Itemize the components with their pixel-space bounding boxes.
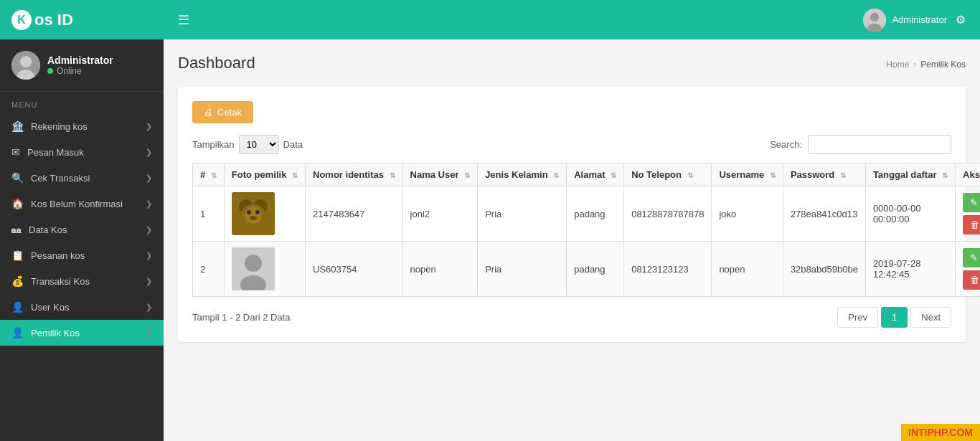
pagination: Prev 1 Next: [837, 307, 951, 328]
clipboard-icon: 📋: [11, 250, 24, 261]
logo: K os ID: [11, 10, 73, 30]
sidebar-item-label: Kos Belum Konfirmasi: [31, 199, 123, 209]
header-left: ☰: [178, 12, 189, 28]
sidebar-item-rekening-kos[interactable]: 🏦 Rekening kos ❯: [0, 113, 164, 139]
sort-icon: ⇅: [211, 171, 217, 179]
col-password: Password ⇅: [783, 163, 865, 186]
show-label: Tampilkan: [192, 139, 235, 150]
sidebar-item-pemilik-kos[interactable]: 👤 Pemilik Kos ❯: [0, 320, 164, 346]
sidebar-item-data-kos[interactable]: 🏘 Data Kos ❯: [0, 217, 164, 242]
avatar: [11, 51, 40, 80]
sidebar-user: Administrator Online: [0, 39, 164, 92]
header-avatar: [863, 9, 886, 32]
chevron-icon: ❯: [146, 174, 152, 183]
cell-nama-user: nopen: [402, 242, 478, 297]
search-label: Search:: [770, 139, 802, 150]
sort-icon: ⇅: [840, 171, 846, 179]
bank-icon: 🏦: [11, 120, 24, 132]
next-button[interactable]: Next: [910, 307, 951, 328]
watermark: INTIPHP.COM: [901, 424, 980, 441]
building-icon: 🏘: [11, 224, 22, 235]
cell-jenis-kelamin: Pria: [478, 242, 567, 297]
hamburger-button[interactable]: ☰: [178, 12, 189, 28]
col-nomor-identitas: Nomor identitas ⇅: [306, 163, 403, 186]
col-username: Username ⇅: [712, 163, 783, 186]
sidebar-username: Administrator: [47, 54, 113, 66]
sort-icon: ⇅: [292, 171, 298, 179]
money-icon: 💰: [11, 275, 24, 287]
sidebar-item-pesan-masuk[interactable]: ✉ Pesan Masuk ❯: [0, 139, 164, 165]
house-icon: 🏠: [11, 198, 24, 209]
col-aksi: Aksi ⇅: [956, 163, 980, 186]
cell-username: nopen: [712, 242, 783, 297]
mail-icon: ✉: [11, 146, 20, 158]
print-button[interactable]: 🖨 Cetak: [192, 101, 253, 123]
chevron-icon: ❯: [146, 277, 152, 286]
main-content: ☰ Administrator ⚙ Dashboard Home: [164, 0, 980, 441]
breadcrumb-current: Pemilik Kos: [920, 60, 966, 70]
sidebar-item-user-kos[interactable]: 👤 User Kos ❯: [0, 294, 164, 320]
edit-button[interactable]: ✎: [963, 248, 980, 267]
logo-k: K: [11, 10, 32, 30]
cell-no-telepon: 08128878787878: [624, 186, 712, 242]
sidebar-item-label: Pesan Masuk: [27, 147, 84, 158]
col-foto: Foto pemilik ⇅: [224, 163, 305, 186]
chevron-icon: ❯: [146, 303, 152, 312]
sidebar-item-cek-transaksi[interactable]: 🔍 Cek Transaksi ❯: [0, 165, 164, 191]
menu-label: Menu: [0, 92, 164, 113]
cell-no: 1: [193, 186, 225, 242]
cell-alamat: padang: [567, 242, 624, 297]
svg-point-11: [247, 210, 251, 214]
gear-icon[interactable]: ⚙: [956, 13, 966, 27]
chevron-icon: ❯: [146, 225, 152, 234]
header-user: Administrator: [863, 9, 947, 32]
breadcrumb: Home › Pemilik Kos: [886, 60, 966, 70]
search-input[interactable]: [808, 135, 951, 154]
cell-tanggal-daftar: 2019-07-28 12:42:45: [865, 242, 955, 297]
sidebar-item-label: User Kos: [31, 302, 69, 313]
sort-icon: ⇅: [611, 171, 616, 179]
watermark-text1: INTIPHP: [908, 427, 946, 438]
sidebar-item-label: Data Kos: [29, 224, 67, 235]
table-controls: Tampilkan 10 25 50 100 Data Search:: [192, 135, 951, 154]
search-box: Search:: [770, 135, 951, 154]
edit-button[interactable]: ✎: [963, 193, 980, 212]
sidebar-item-transaksi-kos[interactable]: 💰 Transaksi Kos ❯: [0, 268, 164, 294]
delete-button[interactable]: 🗑: [963, 270, 980, 290]
pagination-summary: Tampil 1 - 2 Dari 2 Data: [192, 312, 291, 323]
chevron-icon: ❯: [146, 148, 152, 157]
svg-point-15: [245, 255, 262, 272]
cell-no-telepon: 08123123123: [624, 242, 712, 297]
sidebar-item-label: Cek Transaksi: [31, 173, 90, 184]
data-table: # ⇅ Foto pemilik ⇅ Nomor identitas ⇅ Nam…: [192, 163, 980, 297]
main-card: 🖨 Cetak Tampilkan 10 25 50 100 Data Sear…: [178, 87, 966, 342]
sidebar-item-label: Rekening kos: [31, 121, 88, 132]
page-1-button[interactable]: 1: [881, 307, 908, 328]
data-label: Data: [283, 139, 303, 150]
logo-text: os ID: [34, 11, 73, 29]
header-right: Administrator ⚙: [863, 9, 966, 32]
svg-point-4: [870, 13, 879, 22]
photo-cell: [232, 247, 275, 290]
photo-cell: [232, 192, 275, 235]
sidebar-item-kos-belum-konfirmasi[interactable]: 🏠 Kos Belum Konfirmasi ❯: [0, 191, 164, 217]
cell-tanggal-daftar: 0000-00-00 00:00:00: [865, 186, 955, 242]
sidebar-logo: K os ID: [0, 0, 164, 39]
col-jenis-kelamin: Jenis Kelamin ⇅: [478, 163, 567, 186]
chevron-icon: ❯: [146, 251, 152, 260]
cell-username: joko: [712, 186, 783, 242]
svg-point-13: [250, 216, 257, 220]
sidebar-item-pesanan-kos[interactable]: 📋 Pesanan kos ❯: [0, 242, 164, 268]
breadcrumb-home[interactable]: Home: [886, 60, 909, 70]
prev-button[interactable]: Prev: [837, 307, 878, 328]
page-content: Dashboard Home › Pemilik Kos 🖨 Cetak Tam…: [164, 39, 980, 441]
cell-no: 2: [193, 242, 225, 297]
delete-button[interactable]: 🗑: [963, 215, 980, 234]
show-select[interactable]: 10 25 50 100: [239, 135, 279, 154]
sort-icon: ⇅: [770, 171, 776, 179]
cell-nomor-identitas: US603754: [306, 242, 403, 297]
cell-nama-user: joni2: [402, 186, 478, 242]
header-username: Administrator: [892, 14, 947, 25]
svg-point-12: [255, 210, 260, 214]
page-title: Dashboard: [178, 54, 255, 72]
